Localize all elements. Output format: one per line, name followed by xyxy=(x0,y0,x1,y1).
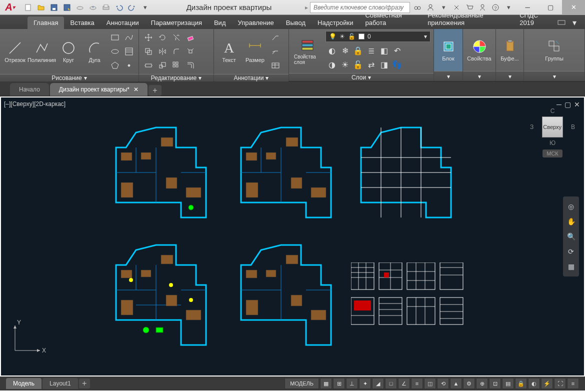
new-icon[interactable] xyxy=(22,2,34,14)
layout-tab-model[interactable]: Модель xyxy=(6,378,42,389)
tool-groups[interactable]: Группы xyxy=(542,38,566,62)
plot-icon[interactable] xyxy=(100,2,112,14)
cloud-save-icon[interactable] xyxy=(87,2,99,14)
nav-zoom-icon[interactable]: 🔍 xyxy=(565,230,577,242)
layer-off-icon[interactable]: ◐ xyxy=(326,44,338,57)
tool-point[interactable] xyxy=(122,59,136,72)
layer-change-icon[interactable]: ⇄ xyxy=(364,58,378,71)
ucs-icon[interactable]: XY xyxy=(10,316,50,356)
tool-rotate[interactable] xyxy=(156,31,169,44)
close-tab-icon[interactable]: ✕ xyxy=(134,86,138,93)
saveas-icon[interactable] xyxy=(61,2,73,14)
tool-rectangle[interactable] xyxy=(108,31,122,44)
panel-groups-expand[interactable]: ▾ xyxy=(524,71,584,81)
tool-move[interactable] xyxy=(142,31,155,44)
tool-ellipse[interactable] xyxy=(108,45,122,58)
tool-arc[interactable]: Дуга xyxy=(82,40,106,63)
tool-offset[interactable] xyxy=(184,59,197,72)
layer-iso-icon[interactable]: ◧ xyxy=(378,44,390,57)
status-cycling-icon[interactable]: ⟲ xyxy=(437,378,449,389)
tool-dimension[interactable]: Размер xyxy=(243,40,267,63)
file-tab-start[interactable]: Начало xyxy=(10,83,49,96)
nav-orbit-icon[interactable]: ⟳ xyxy=(565,246,577,258)
tool-mirror[interactable] xyxy=(156,45,169,58)
file-tab-add[interactable]: + xyxy=(148,85,162,96)
nav-pan-icon[interactable]: ✋ xyxy=(565,216,577,228)
tool-block[interactable]: Блок xyxy=(436,38,460,62)
status-snap-icon[interactable]: ⊞ xyxy=(333,378,345,389)
panel-modify-title[interactable]: Редактирование ▾ xyxy=(139,74,214,82)
status-quickprops-icon[interactable]: ▤ xyxy=(502,378,514,389)
layout-tab-layout1[interactable]: Layout1 xyxy=(42,378,78,389)
layer-on-icon[interactable]: ◑ xyxy=(326,58,338,71)
tool-explode[interactable] xyxy=(184,45,197,58)
tool-erase[interactable] xyxy=(184,31,197,44)
panel-annotation-title[interactable]: Аннотации ▾ xyxy=(214,74,288,82)
tab-featured[interactable]: Рекомендованные приложения xyxy=(422,9,514,29)
status-transparency-icon[interactable]: ◫ xyxy=(424,378,436,389)
nav-showmotion-icon[interactable]: ▦ xyxy=(565,260,577,272)
file-tab-active[interactable]: Дизайн проект квартиры*✕ xyxy=(50,83,148,96)
tab-view[interactable]: Вид xyxy=(208,16,232,29)
status-annoscale-icon[interactable]: ▲ xyxy=(450,378,462,389)
tab-insert[interactable]: Вставка xyxy=(64,16,100,29)
tool-array[interactable] xyxy=(170,59,183,72)
layer-uniso-icon[interactable]: ◨ xyxy=(378,58,390,71)
tool-mleader[interactable] xyxy=(269,45,282,58)
tool-stretch[interactable] xyxy=(142,59,155,72)
status-hwaccel-icon[interactable]: ⚡ xyxy=(541,378,553,389)
status-isolate-icon[interactable]: ◐ xyxy=(528,378,540,389)
status-lock-icon[interactable]: 🔒 xyxy=(515,378,527,389)
tool-line[interactable]: Отрезок xyxy=(3,40,27,63)
undo-icon[interactable] xyxy=(113,2,125,14)
view-label[interactable]: [–][Сверху][2D-каркас] xyxy=(4,100,66,108)
tool-scale[interactable] xyxy=(156,59,169,72)
layer-match-icon[interactable]: ≣ xyxy=(364,44,378,57)
tool-text[interactable]: AТекст xyxy=(217,40,241,63)
tool-hatch[interactable] xyxy=(122,45,136,58)
status-clean-icon[interactable]: ⛶ xyxy=(554,378,566,389)
save-icon[interactable] xyxy=(48,2,60,14)
status-otrack-icon[interactable]: ∠ xyxy=(398,378,410,389)
status-ortho-icon[interactable]: ⊥ xyxy=(346,378,358,389)
panel-draw-title[interactable]: Рисование ▾ xyxy=(0,74,138,82)
layer-props-button[interactable]: Свойства слоя xyxy=(292,37,322,65)
status-osnap-icon[interactable]: □ xyxy=(385,378,397,389)
panel-properties-expand[interactable]: ▾ xyxy=(463,71,496,81)
ribbon-expand-icon[interactable]: ▾ xyxy=(568,16,581,29)
cloud-open-icon[interactable] xyxy=(74,2,86,14)
status-iso-icon[interactable]: ◢ xyxy=(372,378,384,389)
status-annomonitor-icon[interactable]: ⊕ xyxy=(476,378,488,389)
tool-copy[interactable] xyxy=(142,45,155,58)
viewcube[interactable]: С З Сверху В Ю МСК xyxy=(530,108,575,158)
status-units-icon[interactable]: ⊡ xyxy=(489,378,501,389)
open-icon[interactable] xyxy=(35,2,47,14)
panel-block-expand[interactable]: ▾ xyxy=(434,71,462,81)
layer-freeze-icon[interactable]: ❄ xyxy=(338,44,352,57)
tab-collaborate[interactable]: Совместная работа xyxy=(359,9,422,29)
status-model-button[interactable]: МОДЕЛЬ xyxy=(284,378,319,389)
status-polar-icon[interactable]: ✦ xyxy=(359,378,371,389)
viewcube-face[interactable]: Сверху xyxy=(542,116,563,138)
tab-parametric[interactable]: Параметризация xyxy=(145,16,208,29)
tool-properties[interactable]: Свойства xyxy=(466,38,492,62)
status-grid-icon[interactable]: ▦ xyxy=(320,378,332,389)
panel-layers-title[interactable]: Слои ▾ xyxy=(289,73,434,81)
tab-output[interactable]: Вывод xyxy=(280,16,312,29)
layer-prev-icon[interactable]: ↶ xyxy=(390,44,404,57)
status-lwt-icon[interactable]: ≡ xyxy=(411,378,423,389)
tool-polyline[interactable]: Полилиния xyxy=(29,40,54,63)
tool-trim[interactable] xyxy=(170,31,183,44)
drawing-area[interactable]: [–][Сверху][2D-каркас] ─ ▢ ✕ xyxy=(1,98,584,376)
wcs-badge[interactable]: МСК xyxy=(542,150,562,158)
layer-unlock-icon[interactable]: 🔓 xyxy=(352,58,364,71)
tool-fillet[interactable] xyxy=(170,45,183,58)
ribbon-minimize-icon[interactable] xyxy=(555,16,568,29)
redo-icon[interactable] xyxy=(126,2,138,14)
close-button[interactable]: ✕ xyxy=(562,0,585,15)
panel-clipboard-expand[interactable]: ▾ xyxy=(496,71,524,81)
app-logo[interactable]: A▾ xyxy=(0,0,20,15)
tool-circle[interactable]: Круг xyxy=(56,40,80,63)
layout-tab-add[interactable]: + xyxy=(79,378,90,388)
layer-thaw-icon[interactable]: ☀ xyxy=(338,58,352,71)
